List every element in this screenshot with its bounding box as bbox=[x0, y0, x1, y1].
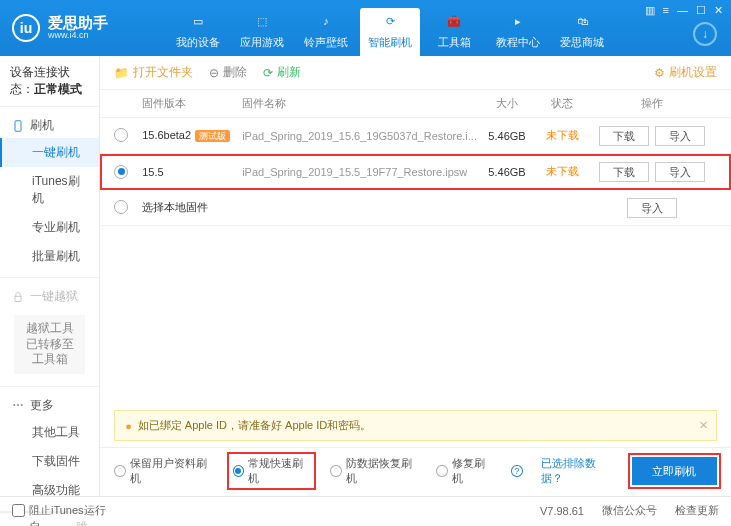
maximize-icon[interactable]: ☐ bbox=[696, 4, 706, 17]
sidebar-item-more-2[interactable]: 高级功能 bbox=[0, 476, 99, 505]
firmware-row[interactable]: 15.6beta2测试版iPad_Spring_2019_15.6_19G503… bbox=[100, 118, 731, 154]
nav-0[interactable]: ▭我的设备 bbox=[168, 8, 228, 56]
download-button[interactable]: 下载 bbox=[599, 126, 649, 146]
logo: iu 爱思助手 www.i4.cn bbox=[12, 14, 108, 42]
exclude-data-link[interactable]: 已选排除数据？ bbox=[541, 456, 614, 486]
logo-icon: iu bbox=[12, 14, 40, 42]
firmware-row[interactable]: 15.5iPad_Spring_2019_15.5_19F77_Restore.… bbox=[100, 154, 731, 190]
warning-close-icon[interactable]: ✕ bbox=[699, 419, 708, 432]
block-itunes-checkbox[interactable] bbox=[12, 504, 25, 517]
sidebar-item-flash-2[interactable]: 专业刷机 bbox=[0, 213, 99, 242]
main-nav: ▭我的设备⬚应用游戏♪铃声壁纸⟳智能刷机🧰工具箱▸教程中心🛍爱思商城 bbox=[168, 0, 612, 56]
refresh-icon: ⟳ bbox=[263, 66, 273, 80]
fw-name: iPad_Spring_2019_15.6_19G5037d_Restore.i… bbox=[242, 130, 477, 142]
conn-mode: 正常模式 bbox=[34, 82, 82, 96]
th-size: 大小 bbox=[477, 96, 537, 111]
skip-guide-label: 跳过向导 bbox=[76, 519, 90, 526]
title-bar: iu 爱思助手 www.i4.cn ▭我的设备⬚应用游戏♪铃声壁纸⟳智能刷机🧰工… bbox=[0, 0, 731, 56]
sidebar-item-flash-1[interactable]: iTunes刷机 bbox=[0, 167, 99, 213]
lock-icon bbox=[12, 291, 24, 303]
fw-state: 未下载 bbox=[537, 164, 587, 179]
sidebar-item-flash-3[interactable]: 批量刷机 bbox=[0, 242, 99, 271]
app-title: 爱思助手 bbox=[48, 15, 108, 32]
check-update-link[interactable]: 检查更新 bbox=[675, 503, 719, 518]
content-area: 📁 打开文件夹 ⊖ 删除 ⟳ 刷新 ⚙ 刷机设置 固件版本 固件名称 大小 状态… bbox=[100, 56, 731, 496]
fw-size: 5.46GB bbox=[477, 166, 537, 178]
gear-icon: ⚙ bbox=[654, 66, 665, 80]
fw-version: 15.6beta2测试版 bbox=[142, 129, 242, 143]
sidebar-group-more[interactable]: 更多 bbox=[0, 393, 99, 418]
opt-keep-data[interactable]: 保留用户资料刷机 bbox=[114, 456, 213, 486]
local-firmware-row: 选择本地固件 导入 bbox=[100, 190, 731, 226]
warning-text: 如已绑定 Apple ID，请准备好 Apple ID和密码。 bbox=[138, 418, 372, 433]
nav-icon: ⟳ bbox=[381, 15, 399, 33]
settings-icon[interactable]: ≡ bbox=[663, 4, 669, 17]
import-button[interactable]: 导入 bbox=[655, 162, 705, 182]
jailbreak-note: 越狱工具已转移至工具箱 bbox=[14, 315, 85, 374]
folder-icon: 📁 bbox=[114, 66, 129, 80]
nav-4[interactable]: 🧰工具箱 bbox=[424, 8, 484, 56]
app-subtitle: www.i4.cn bbox=[48, 31, 108, 41]
fw-version: 15.5 bbox=[142, 166, 242, 178]
sidebar-item-more-1[interactable]: 下载固件 bbox=[0, 447, 99, 476]
nav-6[interactable]: 🛍爱思商城 bbox=[552, 8, 612, 56]
sidebar-group-flash[interactable]: 刷机 bbox=[0, 113, 99, 138]
minimize-icon[interactable]: — bbox=[677, 4, 688, 17]
sidebar-item-flash-0[interactable]: 一键刷机 bbox=[0, 138, 99, 167]
th-version: 固件版本 bbox=[142, 96, 242, 111]
nav-5[interactable]: ▸教程中心 bbox=[488, 8, 548, 56]
th-state: 状态 bbox=[537, 96, 587, 111]
auto-activate-label: 自动激活 bbox=[29, 519, 43, 526]
row-radio[interactable] bbox=[114, 165, 128, 179]
svg-rect-1 bbox=[15, 296, 21, 301]
block-itunes-label: 阻止iTunes运行 bbox=[29, 503, 106, 518]
flash-now-button[interactable]: 立即刷机 bbox=[632, 457, 717, 485]
toolbar: 📁 打开文件夹 ⊖ 删除 ⟳ 刷新 ⚙ 刷机设置 bbox=[100, 56, 731, 90]
menu-icon[interactable]: ▥ bbox=[645, 4, 655, 17]
warning-icon: ● bbox=[125, 420, 132, 432]
nav-3[interactable]: ⟳智能刷机 bbox=[360, 8, 420, 56]
delete-button[interactable]: ⊖ 删除 bbox=[209, 64, 247, 81]
nav-icon: ⬚ bbox=[253, 15, 271, 33]
nav-2[interactable]: ♪铃声壁纸 bbox=[296, 8, 356, 56]
more-icon bbox=[12, 399, 24, 411]
opt-normal-flash[interactable]: 常规快速刷机 bbox=[231, 456, 313, 486]
download-button[interactable]: 下载 bbox=[599, 162, 649, 182]
refresh-button[interactable]: ⟳ 刷新 bbox=[263, 64, 301, 81]
th-ops: 操作 bbox=[587, 96, 717, 111]
window-controls: ▥ ≡ — ☐ ✕ bbox=[645, 4, 723, 17]
beta-badge: 测试版 bbox=[195, 130, 230, 142]
nav-1[interactable]: ⬚应用游戏 bbox=[232, 8, 292, 56]
fw-name: iPad_Spring_2019_15.5_19F77_Restore.ipsw bbox=[242, 166, 477, 178]
sidebar-item-more-0[interactable]: 其他工具 bbox=[0, 418, 99, 447]
svg-point-2 bbox=[13, 404, 15, 406]
local-fw-label: 选择本地固件 bbox=[142, 200, 587, 215]
nav-icon: ♪ bbox=[317, 15, 335, 33]
phone-icon bbox=[12, 120, 24, 132]
info-icon[interactable]: ? bbox=[511, 465, 522, 477]
local-fw-radio[interactable] bbox=[114, 200, 128, 214]
open-folder-button[interactable]: 📁 打开文件夹 bbox=[114, 64, 193, 81]
version-label: V7.98.61 bbox=[540, 505, 584, 517]
row-radio[interactable] bbox=[114, 128, 128, 142]
import-button[interactable]: 导入 bbox=[655, 126, 705, 146]
table-header: 固件版本 固件名称 大小 状态 操作 bbox=[100, 90, 731, 118]
opt-repair[interactable]: 修复刷机 bbox=[436, 456, 493, 486]
svg-point-4 bbox=[21, 404, 23, 406]
connection-status: 设备连接状态：正常模式 bbox=[0, 56, 99, 107]
import-button[interactable]: 导入 bbox=[627, 198, 677, 218]
fw-size: 5.46GB bbox=[477, 130, 537, 142]
flash-options: 保留用户资料刷机 常规快速刷机 防数据恢复刷机 修复刷机 ? 已选排除数据？ 立… bbox=[100, 447, 731, 496]
svg-rect-0 bbox=[15, 120, 21, 131]
fw-state: 未下载 bbox=[537, 128, 587, 143]
close-icon[interactable]: ✕ bbox=[714, 4, 723, 17]
nav-icon: ▸ bbox=[509, 15, 527, 33]
download-center-icon[interactable]: ↓ bbox=[693, 22, 717, 46]
sidebar-group-jailbreak[interactable]: 一键越狱 bbox=[0, 284, 99, 309]
th-name: 固件名称 bbox=[242, 96, 477, 111]
flash-settings-button[interactable]: ⚙ 刷机设置 bbox=[654, 64, 717, 81]
nav-icon: 🛍 bbox=[573, 15, 591, 33]
wechat-link[interactable]: 微信公众号 bbox=[602, 503, 657, 518]
opt-anti-recovery[interactable]: 防数据恢复刷机 bbox=[330, 456, 418, 486]
svg-point-3 bbox=[17, 404, 19, 406]
